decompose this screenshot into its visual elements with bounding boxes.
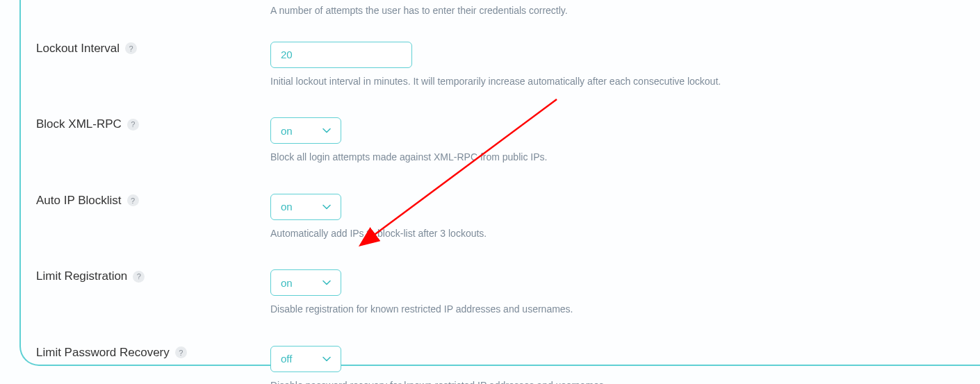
lockout-interval-desc: Initial lockout interval in minutes. It …	[270, 75, 980, 89]
limit-password-recovery-label: Limit Password Recovery	[36, 346, 170, 360]
chevron-down-icon	[322, 280, 331, 285]
help-icon[interactable]: ?	[133, 271, 145, 283]
lockout-interval-label: Lockout Interval	[36, 42, 120, 56]
row-limit-registration: Limit Registration ? on Disable registra…	[36, 269, 980, 317]
limit-registration-label: Limit Registration	[36, 269, 127, 283]
auto-ip-blocklist-select[interactable]: on	[270, 194, 341, 220]
row-lockout-interval: Lockout Interval ? Initial lockout inter…	[36, 42, 980, 89]
row-attempts: A number of attempts the user has to ent…	[36, 4, 980, 18]
auto-ip-blocklist-value: on	[281, 201, 293, 212]
help-icon[interactable]: ?	[175, 347, 187, 358]
help-icon[interactable]: ?	[127, 194, 139, 206]
limit-registration-value: on	[281, 277, 293, 289]
row-auto-ip-blocklist: Auto IP Blocklist ? on Automatically add…	[36, 194, 980, 241]
settings-rows: A number of attempts the user has to ent…	[36, 0, 980, 384]
limit-registration-select[interactable]: on	[270, 269, 341, 296]
chevron-down-icon	[322, 204, 331, 210]
chevron-down-icon	[322, 128, 331, 133]
block-xmlrpc-label: Block XML-RPC	[36, 117, 122, 131]
help-icon[interactable]: ?	[127, 119, 139, 131]
block-xmlrpc-select[interactable]: on	[270, 117, 341, 144]
limit-registration-desc: Disable registration for known restricte…	[270, 303, 980, 317]
limit-password-recovery-value: off	[281, 353, 292, 365]
attempts-desc: A number of attempts the user has to ent…	[270, 4, 980, 18]
limit-password-recovery-select[interactable]: off	[270, 346, 341, 372]
auto-ip-blocklist-label: Auto IP Blocklist	[36, 194, 122, 208]
block-xmlrpc-value: on	[281, 125, 293, 137]
limit-password-recovery-desc: Disable password recovery for known rest…	[270, 379, 980, 384]
auto-ip-blocklist-desc: Automatically add IPs to block-list afte…	[270, 227, 980, 241]
block-xmlrpc-desc: Block all login attempts made against XM…	[270, 151, 980, 165]
row-limit-password-recovery: Limit Password Recovery ? off Disable pa…	[36, 346, 980, 384]
chevron-down-icon	[322, 356, 331, 362]
row-block-xmlrpc: Block XML-RPC ? on Block all login attem…	[36, 117, 980, 165]
help-icon[interactable]: ?	[125, 42, 137, 54]
lockout-interval-input[interactable]	[270, 42, 412, 68]
